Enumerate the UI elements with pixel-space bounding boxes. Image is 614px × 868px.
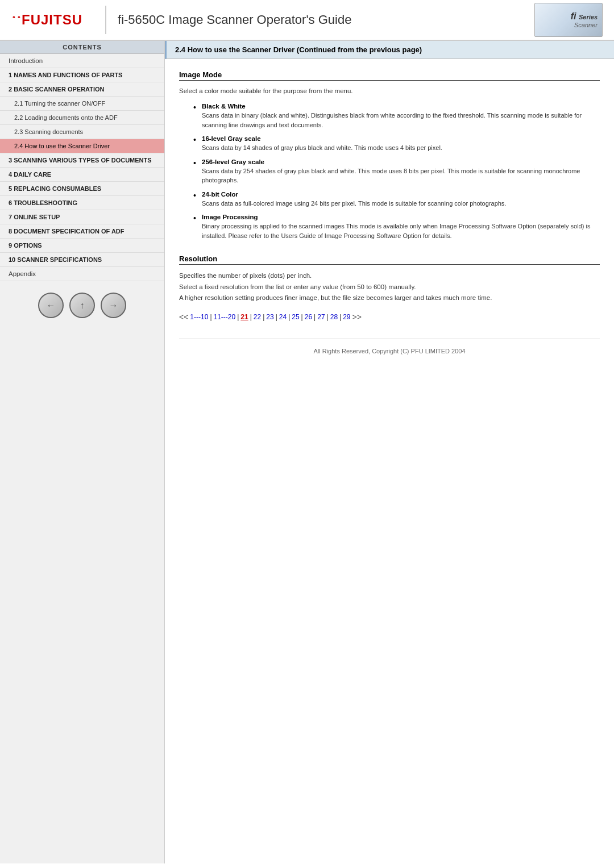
sidebar-item-ch5[interactable]: 5 REPLACING CONSUMABLES bbox=[0, 182, 164, 196]
bullet-bw-title: Black & White bbox=[202, 103, 600, 110]
bullet-256gray-desc: Scans data by 254 shades of gray plus bl… bbox=[202, 166, 600, 185]
nav-back-button[interactable]: ← bbox=[38, 293, 64, 318]
pagination-range2[interactable]: 11---20 bbox=[214, 313, 236, 321]
bullet-24color-title: 24-bit Color bbox=[202, 191, 600, 198]
bullet-16gray: 16-level Gray scale Scans data by 14 sha… bbox=[196, 135, 600, 153]
pagination-sep10: | bbox=[339, 313, 341, 321]
bullet-16gray-desc: Scans data by 14 shades of gray plus bla… bbox=[202, 143, 600, 153]
nav-up-button[interactable]: ↑ bbox=[69, 293, 95, 318]
bullet-list: Black & White Scans data in binary (blac… bbox=[179, 103, 600, 240]
bullet-bw: Black & White Scans data in binary (blac… bbox=[196, 103, 600, 130]
pagination-page21[interactable]: 21 bbox=[240, 313, 248, 321]
image-mode-title: Image Mode bbox=[179, 70, 600, 81]
sidebar-item-intro[interactable]: Introduction bbox=[0, 54, 164, 68]
page-title: fi-5650C Image Scanner Operator's Guide bbox=[118, 12, 603, 27]
sidebar-item-ch9[interactable]: 9 OPTIONS bbox=[0, 239, 164, 253]
pagination-sep3: | bbox=[250, 313, 252, 321]
pagination-sep7: | bbox=[301, 313, 303, 321]
pagination-page23[interactable]: 23 bbox=[266, 313, 273, 321]
sidebar-item-2-2[interactable]: 2.2 Loading documents onto the ADF bbox=[0, 111, 164, 125]
sidebar-item-appendix[interactable]: Appendix bbox=[0, 267, 164, 281]
bullet-256gray-title: 256-level Gray scale bbox=[202, 158, 600, 165]
fujitsu-logo: ⚬⚬FUJITSU bbox=[11, 12, 82, 28]
sidebar-item-ch2[interactable]: 2 BASIC SCANNER OPERATION bbox=[0, 82, 164, 97]
resolution-title: Resolution bbox=[179, 254, 600, 265]
bullet-24color: 24-bit Color Scans data as full-colored … bbox=[196, 191, 600, 208]
pagination-page27[interactable]: 27 bbox=[317, 313, 325, 321]
nav-forward-button[interactable]: → bbox=[101, 293, 126, 318]
pagination-first[interactable]: << bbox=[179, 312, 188, 322]
content-area: 2.4 How to use the Scanner Driver (Conti… bbox=[165, 41, 614, 863]
sidebar-item-ch8[interactable]: 8 DOCUMENT SPECIFICATION OF ADF bbox=[0, 224, 164, 239]
pagination-sep5: | bbox=[276, 313, 277, 321]
page-footer: All Rights Reserved, Copyright (C) PFU L… bbox=[179, 339, 600, 363]
pagination-page24[interactable]: 24 bbox=[279, 313, 287, 321]
bullet-imgprocessing: Image Processing Binary processing is ap… bbox=[196, 214, 600, 240]
bullet-16gray-title: 16-level Gray scale bbox=[202, 135, 600, 142]
resolution-section: Resolution Specifies the number of pixel… bbox=[179, 254, 600, 322]
image-mode-section: Image Mode Select a color mode suitable … bbox=[179, 70, 600, 240]
sidebar-item-ch1[interactable]: 1 NAMES AND FUNCTIONS OF PARTS bbox=[0, 68, 164, 82]
sidebar-item-ch10[interactable]: 10 SCANNER SPECIFICATIONS bbox=[0, 253, 164, 267]
sidebar-item-ch6[interactable]: 6 TROUBLESHOOTING bbox=[0, 196, 164, 210]
content-body: Image Mode Select a color mode suitable … bbox=[165, 59, 614, 374]
sidebar-item-ch7[interactable]: 7 ONLINE SETUP bbox=[0, 210, 164, 224]
pagination-page26[interactable]: 26 bbox=[305, 313, 312, 321]
pagination-page22[interactable]: 22 bbox=[254, 313, 261, 321]
sidebar-item-2-3[interactable]: 2.3 Scanning documents bbox=[0, 125, 164, 139]
page-header: ⚬⚬FUJITSU fi-5650C Image Scanner Operato… bbox=[0, 0, 614, 41]
fi-series-sub: Scanner bbox=[574, 22, 598, 28]
bullet-256gray: 256-level Gray scale Scans data by 254 s… bbox=[196, 158, 600, 185]
resolution-text-1: Specifies the number of pixels (dots) pe… bbox=[179, 270, 600, 304]
pagination-page29[interactable]: 29 bbox=[343, 313, 350, 321]
sidebar-navigation: ← ↑ → bbox=[0, 281, 164, 329]
fi-series-text: fi Series bbox=[571, 11, 598, 22]
pagination-sep2: | bbox=[237, 313, 239, 321]
sidebar: CONTENTS Introduction 1 NAMES AND FUNCTI… bbox=[0, 41, 165, 863]
content-page-heading: 2.4 How to use the Scanner Driver (Conti… bbox=[165, 41, 614, 59]
pagination: << 1---10 | 11---20 | 21 | 22 | 23 | 24 … bbox=[179, 312, 600, 322]
pagination-sep4: | bbox=[263, 313, 264, 321]
pagination-range1[interactable]: 1---10 bbox=[190, 313, 208, 321]
bullet-24color-desc: Scans data as full-colored image using 2… bbox=[202, 199, 600, 208]
pagination-last[interactable]: >> bbox=[352, 312, 362, 322]
logo-area: ⚬⚬FUJITSU bbox=[11, 12, 82, 28]
sidebar-item-ch3[interactable]: 3 SCANNING VARIOUS TYPES OF DOCUMENTS bbox=[0, 153, 164, 168]
pagination-sep9: | bbox=[327, 313, 329, 321]
header-divider bbox=[105, 6, 106, 34]
sidebar-item-2-1[interactable]: 2.1 Turning the scanner ON/OFF bbox=[0, 97, 164, 111]
pagination-page25[interactable]: 25 bbox=[292, 313, 299, 321]
image-mode-intro: Select a color mode suitable for the pur… bbox=[179, 86, 600, 96]
pagination-sep8: | bbox=[314, 313, 316, 321]
fi-series-badge: fi Series Scanner bbox=[534, 3, 603, 37]
pagination-sep6: | bbox=[288, 313, 290, 321]
bullet-imgprocessing-title: Image Processing bbox=[202, 214, 600, 220]
sidebar-item-2-4[interactable]: 2.4 How to use the Scanner Driver bbox=[0, 139, 164, 153]
pagination-page28[interactable]: 28 bbox=[330, 313, 338, 321]
bullet-imgprocessing-desc: Binary processing is applied to the scan… bbox=[202, 222, 600, 240]
main-layout: CONTENTS Introduction 1 NAMES AND FUNCTI… bbox=[0, 41, 614, 863]
sidebar-item-ch4[interactable]: 4 DAILY CARE bbox=[0, 168, 164, 182]
sidebar-contents-header: CONTENTS bbox=[0, 41, 164, 54]
pagination-sep1: | bbox=[210, 313, 211, 321]
bullet-bw-desc: Scans data in binary (black and white). … bbox=[202, 111, 600, 130]
